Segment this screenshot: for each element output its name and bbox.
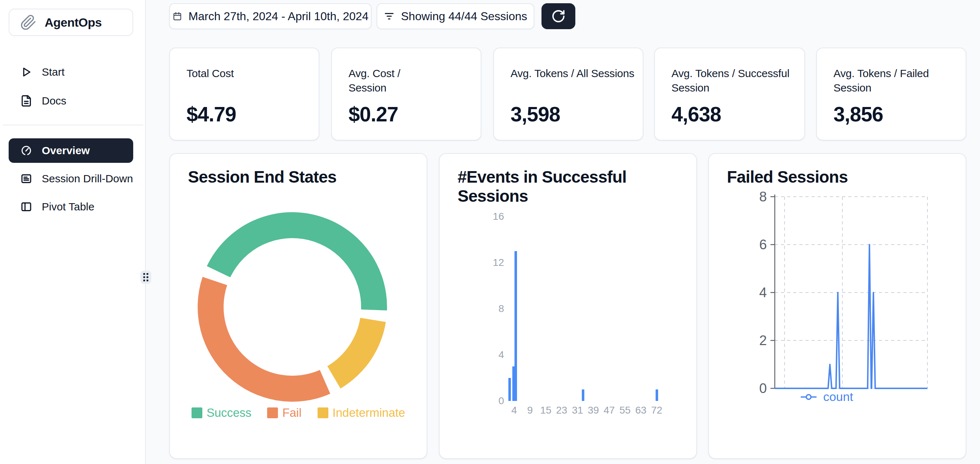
- stat-label: Avg. Tokens / Failed Session: [834, 66, 942, 95]
- donut-legend: Success Fail Indeterminate: [170, 406, 426, 420]
- stat-value: 4,638: [671, 102, 721, 126]
- stat-value: $4.79: [186, 102, 236, 126]
- svg-text:4: 4: [759, 285, 767, 300]
- legend-item-success[interactable]: Success: [191, 406, 252, 420]
- legend-label: Fail: [282, 406, 301, 420]
- stat-card-avg-cost-session: Avg. Cost / Session $0.27: [331, 48, 481, 140]
- stat-label: Avg. Cost / Session: [348, 66, 439, 95]
- sessions-filter-button[interactable]: Showing 44/44 Sessions: [377, 3, 534, 29]
- sidebar-item-session-drill-down[interactable]: Session Drill-Down: [9, 167, 133, 190]
- agentops-dashboard: AgentOps Start Docs: [0, 0, 980, 464]
- pivot-table-icon: [20, 201, 32, 213]
- stat-value: 3,598: [511, 102, 560, 126]
- svg-text:2: 2: [759, 333, 767, 348]
- session-list-icon: [20, 172, 32, 185]
- sidebar-item-label: Session Drill-Down: [42, 172, 133, 185]
- sidebar-divider: [3, 124, 143, 125]
- stat-label: Avg. Tokens / Successful Session: [671, 66, 795, 95]
- sidebar-item-label: Docs: [42, 95, 66, 107]
- chart-title: Failed Sessions: [727, 167, 936, 187]
- sessions-filter-label: Showing 44/44 Sessions: [401, 10, 527, 23]
- refresh-icon: [551, 9, 566, 24]
- play-icon: [20, 66, 32, 78]
- sidebar-item-label: Start: [42, 66, 64, 78]
- fail-swatch: [267, 407, 278, 418]
- sidebar-item-label: Overview: [42, 145, 90, 157]
- logo-text: AgentOps: [45, 16, 102, 30]
- svg-text:6: 6: [759, 237, 767, 252]
- indeterminate-swatch: [318, 407, 328, 418]
- date-range-button[interactable]: March 27th, 2024 - April 10th, 2024: [169, 3, 372, 29]
- stat-value: $0.27: [348, 102, 398, 126]
- line-legend[interactable]: count: [709, 390, 943, 404]
- sidebar-item-label: Pivot Table: [42, 201, 94, 213]
- sidebar-item-start[interactable]: Start: [9, 61, 133, 84]
- stat-value: 3,856: [834, 102, 883, 126]
- line-marker-icon: [799, 394, 818, 400]
- success-swatch: [191, 407, 202, 418]
- stat-label: Total Cost: [186, 66, 294, 81]
- legend-item-indeterminate[interactable]: Indeterminate: [318, 406, 406, 420]
- legend-label: count: [823, 390, 853, 404]
- logo[interactable]: AgentOps: [9, 9, 133, 36]
- filter-lines-icon: [384, 11, 395, 22]
- paperclip-icon: [20, 14, 37, 30]
- session-end-states-card: Session End States Success Fail Indeterm…: [169, 153, 427, 459]
- sidebar-item-pivot-table[interactable]: Pivot Table: [9, 195, 133, 218]
- sidebar-resize-handle[interactable]: [140, 271, 151, 284]
- chart-title: #Events in Successful Sessions: [458, 167, 667, 206]
- session-end-states-donut[interactable]: [191, 206, 393, 408]
- stat-card-avg-tokens-all: Avg. Tokens / All Sessions 3,598: [493, 48, 643, 140]
- gauge-icon: [20, 145, 32, 157]
- docs-icon: [20, 95, 32, 107]
- failed-sessions-card: Failed Sessions 02468 count: [708, 153, 966, 459]
- calendar-icon: [172, 11, 182, 21]
- sidebar-item-docs[interactable]: Docs: [9, 89, 133, 112]
- stat-card-total-cost: Total Cost $4.79: [169, 48, 319, 140]
- events-successful-sessions-card: #Events in Successful Sessions 048121649…: [439, 153, 697, 459]
- sidebar-item-overview[interactable]: Overview: [9, 138, 133, 163]
- legend-label: Success: [207, 406, 252, 420]
- legend-item-fail[interactable]: Fail: [267, 406, 301, 420]
- sidebar: AgentOps Start Docs: [0, 0, 146, 464]
- stat-label: Avg. Tokens / All Sessions: [511, 66, 635, 81]
- legend-label: Indeterminate: [332, 406, 406, 420]
- refresh-button[interactable]: [541, 3, 575, 29]
- failed-sessions-line-chart[interactable]: 02468: [738, 190, 939, 406]
- stat-card-avg-tokens-successful: Avg. Tokens / Successful Session 4,638: [654, 48, 805, 140]
- stat-card-avg-tokens-failed: Avg. Tokens / Failed Session 3,856: [816, 48, 966, 140]
- chart-title: Session End States: [188, 167, 397, 187]
- date-range-label: March 27th, 2024 - April 10th, 2024: [189, 10, 369, 23]
- svg-text:8: 8: [759, 190, 767, 204]
